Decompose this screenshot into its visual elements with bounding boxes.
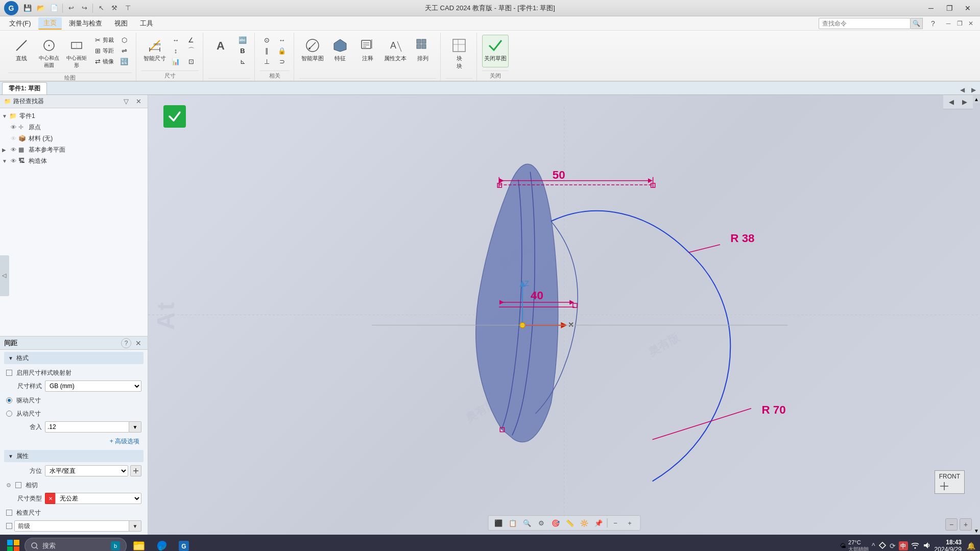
front-row[interactable]: 前级 ▼ <box>4 519 144 533</box>
zoom-button[interactable]: 🔍 <box>521 517 533 529</box>
zoom-out-button[interactable]: − <box>945 518 958 531</box>
inspect-row[interactable]: 检查尺寸 <box>4 506 144 519</box>
attr-text-button[interactable]: A 属性文本 <box>382 35 409 67</box>
attr-icon-button[interactable] <box>130 465 141 476</box>
tangent-checkbox[interactable] <box>15 482 21 488</box>
tray-ime-icon[interactable]: 中 <box>899 541 908 550</box>
zoom-plus-button[interactable]: + <box>624 517 636 529</box>
ref-radio[interactable] <box>6 411 12 417</box>
tab-next-button[interactable]: ▶ <box>969 85 978 94</box>
driving-dim-row[interactable]: 驱动尺寸 <box>4 394 144 407</box>
zoom-minus-button[interactable]: − <box>609 517 622 529</box>
tree-area[interactable]: ▼ 📁 零件1 👁 ✛ 原点 👁 📦 材料 (无) ▶ 👁 <box>0 108 148 336</box>
zoom-in-button[interactable]: + <box>960 518 972 531</box>
clipboard-button[interactable]: 📋 <box>507 517 519 529</box>
dim-help-button[interactable]: ? <box>121 338 131 348</box>
array-button[interactable]: 排列 <box>410 35 436 67</box>
style-select[interactable]: GB (mm) ISO ANSI <box>45 380 141 392</box>
transform-button[interactable]: ⬡ <box>117 35 132 45</box>
tree-item-material[interactable]: 👁 📦 材料 (无) <box>0 133 148 144</box>
weather-widget[interactable]: 🌤 27°C 大部晴朗 <box>840 539 869 551</box>
trim-button[interactable]: ✂ 剪裁 <box>91 35 116 45</box>
windows-logo-button[interactable] <box>4 537 22 551</box>
path-collapse-button[interactable]: ▽ <box>121 97 131 107</box>
ruler-button[interactable]: 📏 <box>564 517 576 529</box>
parallel-button[interactable]: ∥ <box>260 45 274 56</box>
type-select[interactable]: 无公差 对称公差 双向公差 <box>55 493 141 504</box>
chain-dim-button[interactable]: ⊡ <box>184 56 199 66</box>
taskbar-app-cad[interactable]: G <box>174 536 194 551</box>
special-button[interactable]: ⊤ <box>122 2 134 14</box>
window-close-icon[interactable]: ✕ <box>966 18 976 29</box>
sketch-button[interactable]: 🔣 <box>117 56 132 66</box>
tab-prev-button[interactable]: ◀ <box>958 85 967 94</box>
search-input[interactable] <box>819 18 911 29</box>
new-button[interactable]: 📄 <box>48 2 60 14</box>
tray-sync-icon[interactable]: ⟳ <box>890 542 896 550</box>
smart-sketch-button[interactable]: 智能草图 <box>299 35 326 67</box>
enable-mapping-row[interactable]: 启用尺寸样式映射射 <box>4 366 144 379</box>
cursor-button[interactable]: ↖ <box>95 2 107 14</box>
close-button[interactable]: ✕ <box>960 3 976 14</box>
advanced-link[interactable]: + 高级选项 <box>108 437 141 446</box>
lock-button[interactable]: 🔒 <box>275 45 290 56</box>
undo-button[interactable]: ↩ <box>65 2 77 14</box>
annotation-button[interactable]: 注释 <box>354 35 381 67</box>
close-sketch-button[interactable]: 关闭草图 <box>482 35 509 67</box>
menu-measure[interactable]: 测量与检查 <box>64 17 107 30</box>
offset-button[interactable]: ⊞ 等距 <box>91 45 116 56</box>
minimize-button[interactable]: ─ <box>923 3 939 14</box>
tree-item-origin[interactable]: 👁 ✛ 原点 <box>0 122 148 133</box>
open-button[interactable]: 📂 <box>35 2 47 14</box>
viewport[interactable]: ◀ ▶ ▲ ▼ At 奥有版 奥有版 奥有版 <box>148 95 980 535</box>
target-button[interactable]: 🎯 <box>549 517 562 529</box>
tray-network-icon[interactable] <box>878 541 887 551</box>
taskbar-search-bar[interactable]: 搜索 b <box>25 538 127 551</box>
rounding-input[interactable] <box>45 421 129 433</box>
smart-dim-button[interactable]: mm 智能尺寸 <box>141 35 168 67</box>
horiz-rel-button[interactable]: ↔ <box>275 35 290 45</box>
rect-tool-button[interactable]: 中心画矩形 <box>63 35 90 71</box>
redo-button[interactable]: ↪ <box>78 2 90 14</box>
mirror-button[interactable]: ⇄ 镜像 <box>91 56 116 66</box>
bold-button[interactable]: B <box>236 45 250 56</box>
convert-button[interactable]: ⇌ <box>117 45 132 56</box>
path-close-button[interactable]: ✕ <box>133 97 144 107</box>
app-logo[interactable]: G <box>4 1 18 15</box>
menu-tools[interactable]: 工具 <box>135 17 158 30</box>
text-button[interactable]: A <box>208 35 235 67</box>
rel-button[interactable]: ⊾ <box>236 56 250 66</box>
menu-view[interactable]: 视图 <box>109 17 133 30</box>
vert-dim-button[interactable]: ↕ <box>169 45 183 56</box>
enable-mapping-checkbox[interactable] <box>6 370 12 376</box>
clock-widget[interactable]: 18:43 2024/9/29 <box>935 539 962 551</box>
tray-volume-icon[interactable] <box>922 541 930 551</box>
window-restore-icon[interactable]: ❐ <box>954 18 965 29</box>
notification-button[interactable]: 🔔 <box>966 541 976 551</box>
tray-expand-icon[interactable]: ^ <box>872 542 875 550</box>
restore-button[interactable]: ❐ <box>941 3 958 14</box>
circle-tool-button[interactable]: 中心和点画圆 <box>36 35 62 71</box>
driving-radio[interactable] <box>6 397 12 403</box>
feature-button[interactable]: 特征 <box>327 35 353 67</box>
sidebar-toggle-button[interactable]: ◁ <box>0 255 9 296</box>
tree-item-construct[interactable]: ▼ 👁 🏗 构造体 <box>0 155 148 166</box>
angle-dim-button[interactable]: ∠ <box>184 35 199 45</box>
arc-dim-button[interactable]: ⌒ <box>184 45 199 56</box>
tree-root[interactable]: ▼ 📁 零件1 <box>0 110 148 122</box>
search-submit-button[interactable]: 🔍 <box>911 18 923 29</box>
tangent-row[interactable]: ⚙ 相切 <box>4 478 144 492</box>
confirm-button[interactable] <box>163 105 186 128</box>
tree-item-planes[interactable]: ▶ 👁 ▦ 基本参考平面 <box>0 144 148 155</box>
help-button[interactable]: ? <box>927 18 939 29</box>
coincident-button[interactable]: ⊙ <box>260 35 274 45</box>
perp-button[interactable]: ⊥ <box>260 56 274 66</box>
pin-button[interactable]: 📌 <box>592 517 605 529</box>
front-dropdown-button[interactable]: ▼ <box>129 520 141 532</box>
taskbar-app-edge[interactable] <box>151 536 172 551</box>
menu-home[interactable]: 主页 <box>38 17 62 30</box>
horiz-dim-button[interactable]: ↔ <box>169 35 183 45</box>
block-button[interactable]: 块块 <box>446 35 472 73</box>
attr-section-header[interactable]: ▼ 属性 <box>4 450 144 462</box>
layer-button[interactable]: ⬛ <box>492 517 505 529</box>
